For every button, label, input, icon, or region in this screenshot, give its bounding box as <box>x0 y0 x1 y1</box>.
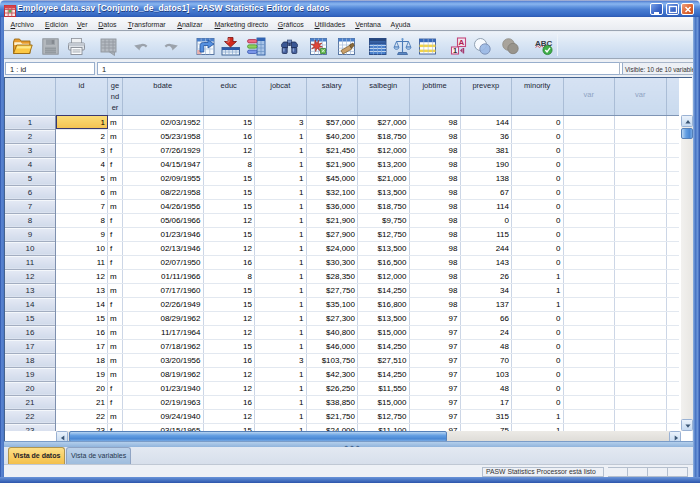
svg-text:1: 1 <box>452 46 456 55</box>
svg-text:A: A <box>458 38 464 47</box>
